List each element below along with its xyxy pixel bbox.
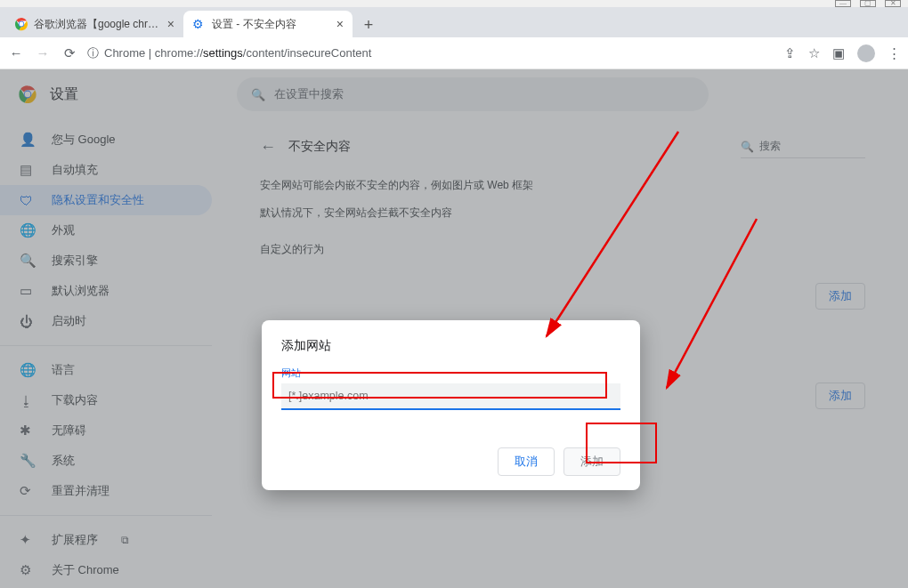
tab-strip: 谷歌浏览器【google chrome】 × ⚙ 设置 - 不安全内容 × + [0,7,908,37]
site-url-input[interactable] [281,383,620,410]
window-titlebar: — ▢ ✕ [0,0,908,7]
reload-button[interactable]: ⟳ [61,45,78,61]
tab-title: 谷歌浏览器【google chrome】 [34,17,162,32]
menu-icon[interactable]: ⋮ [888,45,901,61]
share-icon[interactable]: ⇪ [784,45,796,61]
close-icon[interactable]: × [336,17,344,31]
window-maximize-button[interactable]: ▢ [860,0,876,7]
profile-avatar[interactable] [857,44,875,62]
browser-toolbar: ← → ⟳ ⓘ Chrome | chrome://settings/conte… [0,37,908,69]
close-icon[interactable]: × [167,17,174,31]
cancel-button[interactable]: 取消 [498,447,555,476]
add-site-dialog: 添加网站 网站 取消 添加 [262,320,640,490]
window-close-button[interactable]: ✕ [885,0,901,7]
dialog-title: 添加网站 [281,338,620,354]
browser-tab[interactable]: 谷歌浏览器【google chrome】 × [5,11,183,37]
new-tab-button[interactable]: + [356,12,381,37]
url-text: Chrome | chrome://settings/content/insec… [104,46,371,60]
site-info-icon[interactable]: ⓘ [87,45,99,61]
back-button[interactable]: ← [7,45,25,60]
toolbar-actions: ⇪ ☆ ▣ ⋮ [784,44,901,62]
window-minimize-button[interactable]: — [835,0,851,7]
gear-icon: ⚙ [192,17,207,31]
dialog-field-label: 网站 [281,366,620,380]
bookmark-star-icon[interactable]: ☆ [808,45,820,61]
address-bar[interactable]: ⓘ Chrome | chrome://settings/content/ins… [87,45,775,61]
extensions-icon[interactable]: ▣ [832,45,845,61]
add-button[interactable]: 添加 [563,447,620,476]
svg-point-2 [20,22,24,27]
tab-title: 设置 - 不安全内容 [212,17,331,32]
chrome-icon [14,17,28,31]
forward-button[interactable]: → [34,45,52,60]
browser-tab[interactable]: ⚙ 设置 - 不安全内容 × [183,11,353,37]
